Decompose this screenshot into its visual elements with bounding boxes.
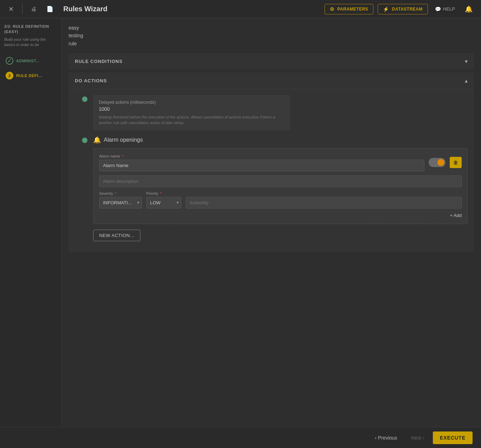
severity-label: Severity * — [99, 191, 142, 196]
breadcrumb-item-1: easy — [69, 24, 474, 32]
rule-conditions-header[interactable]: RULE CONDITIONS ▾ — [69, 53, 474, 70]
add-label: + Add — [450, 213, 462, 218]
subentity-field — [186, 197, 462, 209]
rule-conditions-chevron: ▾ — [465, 58, 468, 65]
step-circle-done: ✓ — [6, 57, 13, 65]
separator — [22, 4, 23, 14]
toggle-thumb — [437, 159, 444, 166]
alarm-card: Alarm name * — [93, 148, 468, 224]
do-actions-header[interactable]: DO ACTIONS ▴ — [69, 72, 474, 89]
do-actions-body: Delayed actions (milliseconds) 1000 Wait… — [69, 89, 474, 252]
add-button[interactable]: + Add — [450, 213, 462, 218]
close-button[interactable]: ✕ — [6, 4, 17, 14]
severity-select[interactable]: INFORMATI... — [99, 197, 142, 209]
copy-button[interactable]: 📄 — [44, 4, 56, 14]
alarm-description-field — [99, 175, 462, 187]
step-circle-active: 2 — [6, 72, 13, 79]
delayed-actions-box: Delayed actions (milliseconds) 1000 Wait… — [93, 95, 290, 130]
content-area: easy testing rule RULE CONDITIONS ▾ DO A… — [62, 18, 481, 448]
delete-alarm-button[interactable]: 🗑 — [450, 157, 462, 168]
alarm-header: 🔔 Alarm openings — [93, 136, 468, 144]
help-label: HELP — [443, 6, 455, 12]
breadcrumb: easy testing rule — [69, 24, 474, 47]
do-actions-chevron: ▴ — [465, 77, 468, 84]
alarm-name-field: Alarm name * — [99, 154, 424, 171]
notification-button[interactable]: 🔔 — [462, 4, 475, 14]
help-icon: 💬 — [435, 6, 441, 12]
alarm-name-input[interactable] — [99, 160, 424, 171]
timeline-dot-2 — [82, 137, 88, 143]
actions-timeline: Delayed actions (milliseconds) 1000 Wait… — [75, 95, 468, 247]
header: ✕ 🖨 📄 Rules Wizard ⚙ PARAMETERS ⚡ DATAST… — [0, 0, 481, 18]
previous-button[interactable]: ‹ Previous — [369, 432, 403, 443]
sidebar: 2/2: RULE DEFINITION (EASY) Build your r… — [0, 18, 62, 448]
delayed-actions-item: Delayed actions (milliseconds) 1000 Wait… — [82, 95, 468, 136]
delayed-actions-label: Delayed actions (milliseconds) — [99, 100, 284, 105]
breadcrumb-item-2: testing — [69, 32, 474, 39]
execute-button[interactable]: EXECUTE — [433, 431, 473, 444]
priority-group: Priority * LOW — [146, 191, 181, 209]
step-description: Build your rule using the basics in orde… — [4, 37, 57, 48]
alarm-openings-content: 🔔 Alarm openings Alarm name — [93, 136, 468, 241]
new-action-label: NEW ACTION... — [99, 233, 134, 238]
new-action-button[interactable]: NEW ACTION... — [93, 230, 140, 241]
footer: ‹ Previous Next › EXECUTE — [0, 427, 481, 448]
delete-icon: 🗑 — [453, 160, 458, 165]
rule-conditions-title: RULE CONDITIONS — [75, 59, 123, 64]
next-label: Next — [411, 435, 421, 441]
main-layout: 2/2: RULE DEFINITION (EASY) Build your r… — [0, 18, 481, 448]
execute-label: EXECUTE — [440, 435, 466, 441]
alarm-bell-icon: 🔔 — [93, 136, 101, 144]
alarm-toggle[interactable] — [429, 158, 445, 167]
alarm-openings-item: 🔔 Alarm openings Alarm name — [82, 136, 468, 247]
alarm-name-required: * — [122, 154, 123, 158]
toggle-track — [429, 158, 445, 167]
priority-label: Priority * — [146, 191, 181, 196]
page-title: Rules Wizard — [63, 5, 107, 13]
do-actions-section: DO ACTIONS ▴ Delayed actions (millis — [69, 72, 474, 252]
next-chevron-icon: › — [423, 435, 424, 441]
step-title: 2/2: RULE DEFINITION (EASY) — [4, 24, 57, 35]
delayed-actions-content: Delayed actions (milliseconds) 1000 Wait… — [93, 95, 468, 130]
sidebar-item-administer[interactable]: ✓ ADMINIST... — [4, 54, 57, 68]
next-button[interactable]: Next › — [405, 432, 430, 443]
severity-select-wrapper: INFORMATI... — [99, 197, 142, 209]
sidebar-item-rule-def[interactable]: 2 RULE DEFI... — [4, 69, 57, 82]
checkmark-icon: ✓ — [7, 58, 12, 64]
select-row: Severity * INFORMATI... — [99, 191, 462, 209]
step-number: 2 — [8, 73, 11, 78]
delayed-actions-hint: Waiting threshold before the execution o… — [99, 115, 284, 126]
delayed-actions-value: 1000 — [99, 106, 284, 112]
gear-icon: ⚙ — [330, 6, 335, 12]
print-button[interactable]: 🖨 — [28, 5, 39, 14]
severity-group: Severity * INFORMATI... — [99, 191, 142, 209]
sidebar-item-label-ruledef: RULE DEFI... — [16, 73, 42, 78]
datastream-button[interactable]: ⚡ DATASTREAM — [378, 4, 428, 14]
priority-select-wrapper: LOW — [146, 197, 181, 209]
rule-conditions-section: RULE CONDITIONS ▾ — [69, 53, 474, 70]
priority-required: * — [160, 191, 161, 196]
alarm-description-input[interactable] — [99, 175, 462, 187]
breadcrumb-item-3: rule — [69, 40, 474, 47]
help-button[interactable]: 💬 HELP — [432, 5, 458, 13]
severity-required: * — [115, 191, 116, 196]
bell-icon: 🔔 — [465, 6, 473, 13]
do-actions-title: DO ACTIONS — [75, 78, 107, 83]
stream-icon: ⚡ — [383, 6, 389, 12]
prev-chevron-icon: ‹ — [375, 435, 377, 441]
parameters-button[interactable]: ⚙ PARAMETERS — [325, 4, 374, 14]
subentity-input[interactable] — [186, 197, 462, 209]
alarm-openings-title: Alarm openings — [104, 137, 143, 143]
parameters-label: PARAMETERS — [337, 7, 368, 12]
priority-select[interactable]: LOW — [146, 197, 181, 209]
alarm-name-label: Alarm name * — [99, 154, 424, 158]
alarm-name-row: Alarm name * — [99, 154, 462, 171]
datastream-label: DATASTREAM — [392, 7, 423, 12]
previous-label: Previous — [378, 435, 397, 441]
timeline-dot-1 — [82, 96, 88, 102]
sidebar-item-label-administer: ADMINIST... — [16, 59, 40, 63]
add-row: + Add — [99, 213, 462, 218]
